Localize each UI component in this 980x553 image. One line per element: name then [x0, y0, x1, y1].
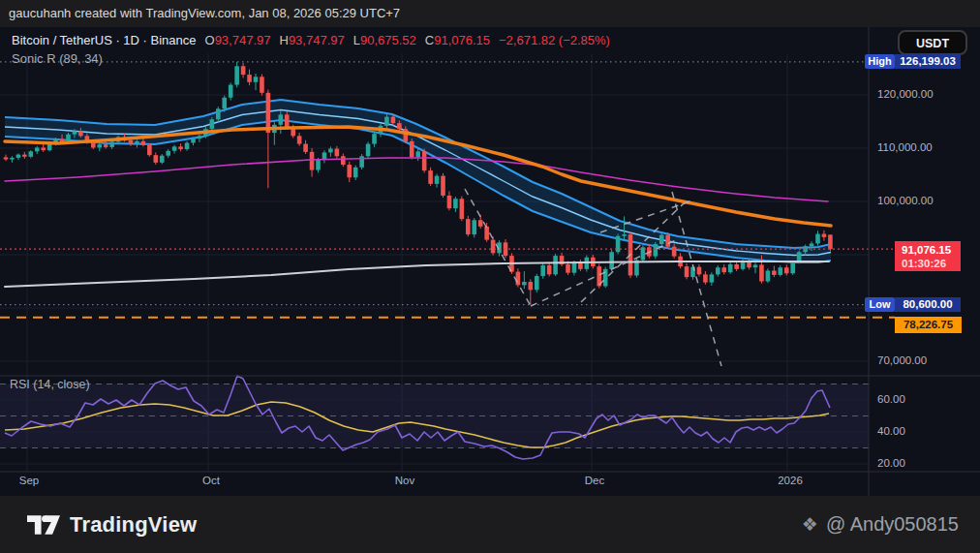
author-watermark: ❖ @ Andy050815 — [802, 513, 959, 536]
price-axis-label: 60.00 — [877, 393, 905, 405]
candle-body — [91, 142, 96, 148]
candle-body — [547, 265, 552, 274]
tradingview-brand-text[interactable]: TradingView — [70, 512, 197, 538]
candle-body — [616, 236, 621, 253]
open-value: 93,747.97 — [215, 33, 271, 47]
candle-body — [210, 119, 215, 129]
candle-body — [716, 267, 720, 274]
candle-body — [410, 141, 414, 158]
candle-body — [78, 131, 83, 136]
candle-body — [478, 220, 483, 227]
candle-body — [303, 144, 308, 152]
indicator-legend-sonic-r[interactable]: Sonic R (89, 34) — [12, 51, 103, 66]
low-label: L — [353, 33, 360, 47]
candle-body — [484, 227, 489, 240]
candle-body — [234, 66, 239, 84]
candle-body — [766, 271, 771, 282]
candle-body — [216, 108, 221, 119]
candle-body — [759, 264, 764, 281]
candle-body — [247, 75, 252, 82]
candle-body — [529, 282, 534, 290]
indicator-legend-rsi[interactable]: RSI (14, close) — [10, 378, 90, 391]
trendline — [600, 200, 695, 232]
candle-body — [147, 145, 152, 155]
top-attribution-bar: gaucuhanh created with TradingView.com, … — [0, 0, 980, 27]
trendline — [672, 192, 721, 366]
candle-body — [366, 144, 371, 157]
price-axis-label: 110,000.00 — [877, 141, 933, 153]
currency-toggle-button[interactable]: USDT — [898, 30, 967, 55]
candle-body — [822, 234, 827, 237]
candle-body — [166, 151, 170, 156]
candle-body — [279, 114, 284, 124]
candle-body — [178, 146, 183, 149]
candle-body — [566, 264, 570, 273]
candle-body — [815, 234, 820, 244]
candlestick-series — [4, 62, 833, 305]
tradingview-logo-icon[interactable] — [27, 513, 60, 537]
symbol-title: Bitcoin / TetherUS · 1D · Binance — [12, 33, 197, 47]
alert-price-label: 78,226.75 — [895, 317, 962, 333]
chart-area[interactable]: Bitcoin / TetherUS · 1D · BinanceO93,747… — [0, 27, 980, 496]
candle-body — [441, 176, 445, 196]
candle-body — [384, 117, 389, 126]
binance-diamond-icon: ❖ — [802, 515, 818, 534]
candle-body — [622, 234, 627, 236]
time-axis-label: Sep — [8, 475, 50, 486]
candle-body — [772, 271, 777, 275]
sonic-r-label: Sonic R (89, 34) — [12, 51, 103, 66]
candle-body — [685, 266, 689, 277]
candle-body — [66, 135, 71, 142]
candle-body — [721, 267, 726, 272]
candle-body — [404, 129, 409, 141]
close-value: 91,076.15 — [434, 33, 490, 47]
candle-body — [109, 141, 114, 147]
candle-body — [154, 155, 159, 163]
change-value: −2,671.82 (−2.85%) — [499, 33, 610, 47]
price-axis-label: 70,000.00 — [877, 354, 927, 366]
candle-body — [266, 93, 271, 133]
candle-body — [435, 176, 440, 184]
candle-body — [22, 155, 27, 157]
candle-body — [728, 264, 733, 272]
price-axis-label: 120,000.00 — [877, 88, 934, 100]
candle-body — [310, 152, 315, 170]
candle-body — [16, 155, 21, 158]
candle-body — [10, 158, 15, 160]
candle-body — [659, 235, 664, 244]
candle-body — [35, 147, 40, 151]
candle-body — [198, 136, 202, 138]
high-price-label: 126,199.03 — [895, 54, 961, 69]
candle-body — [466, 219, 471, 234]
candle-body — [316, 160, 321, 169]
candle-body — [97, 144, 102, 147]
candle-body — [41, 147, 46, 150]
published-chart-page: gaucuhanh created with TradingView.com, … — [0, 0, 980, 553]
ema-magenta — [5, 158, 828, 201]
candle-body — [703, 274, 708, 282]
symbol-legend[interactable]: Bitcoin / TetherUS · 1D · BinanceO93,747… — [12, 33, 610, 47]
chart-canvas — [0, 27, 980, 496]
candle-body — [254, 77, 259, 82]
high-value: 93,747.97 — [289, 33, 345, 47]
candle-body — [241, 66, 246, 75]
candle-body — [828, 234, 833, 249]
candle-body — [391, 117, 396, 124]
candle-body — [654, 244, 658, 257]
low-badge: Low — [865, 297, 895, 312]
open-label: O — [205, 33, 215, 47]
candle-body — [734, 264, 739, 269]
price-axis-label: 100,000.00 — [877, 195, 934, 206]
candle-body — [160, 156, 165, 163]
candle-body — [779, 267, 783, 275]
candle-body — [447, 196, 452, 208]
time-axis-label: 2026 — [769, 475, 812, 486]
candle-body — [415, 151, 420, 157]
price-axis-label: 20.00 — [877, 457, 905, 469]
candle-body — [185, 143, 190, 150]
candle-body — [104, 144, 108, 147]
candle-body — [428, 170, 433, 184]
author-handle: @ Andy050815 — [826, 513, 959, 536]
candle-body — [347, 165, 352, 177]
candle-body — [353, 168, 358, 177]
